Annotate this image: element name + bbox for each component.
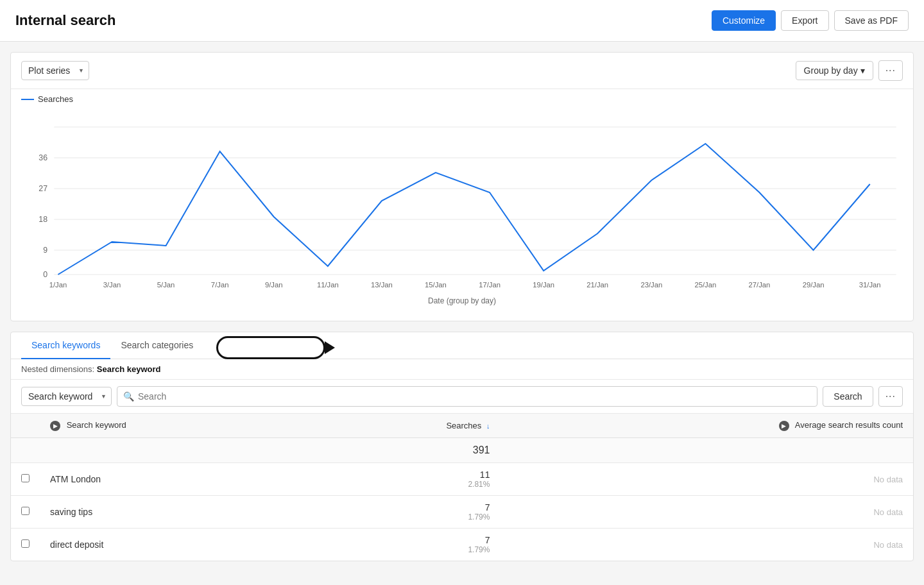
- row-checkbox[interactable]: [21, 539, 30, 548]
- svg-text:15/Jan: 15/Jan: [425, 281, 447, 289]
- svg-text:27: 27: [38, 184, 47, 193]
- page-header: Internal search Customize Export Save as…: [0, 0, 924, 42]
- group-by-label: Group by day: [804, 65, 858, 76]
- keyword-filter-wrapper[interactable]: Search keyword: [21, 387, 112, 406]
- th-avg-results: ▶ Average search results count: [500, 414, 913, 437]
- chart-legend: Searches: [11, 89, 913, 109]
- header-actions: Customize Export Save as PDF: [712, 10, 909, 31]
- tabs-bar: Search keywords Search categories: [11, 332, 913, 359]
- svg-text:5/Jan: 5/Jan: [157, 281, 175, 289]
- summary-searches-cell: 391: [316, 437, 500, 462]
- row-avg-cell: No data: [500, 528, 913, 561]
- svg-text:21/Jan: 21/Jan: [586, 281, 608, 289]
- nested-dimensions-info: Nested dimensions: Search keyword: [11, 359, 913, 380]
- table-toolbar: Search keyword 🔍 Search ···: [11, 380, 913, 414]
- tab-search-keywords[interactable]: Search keywords: [21, 332, 110, 359]
- svg-text:9/Jan: 9/Jan: [265, 281, 283, 289]
- row-checkbox-cell[interactable]: [11, 528, 40, 561]
- row-searches-cell: 7 1.79%: [316, 528, 500, 561]
- row-searches-cell: 11 2.81%: [316, 462, 500, 495]
- row-keyword-cell: ATM London: [40, 462, 316, 495]
- summary-checkbox-cell: [11, 437, 40, 462]
- save-pdf-button[interactable]: Save as PDF: [834, 10, 909, 31]
- svg-text:0: 0: [43, 270, 47, 279]
- table-row: saving tips 7 1.79% No data: [11, 495, 913, 528]
- table-section: Search keywords Search categories Nested…: [10, 332, 914, 561]
- row-avg-cell: No data: [500, 462, 913, 495]
- chart-section: Plot series Group by day ▾ ··· Searches …: [10, 52, 914, 321]
- chart-more-button[interactable]: ···: [878, 60, 903, 81]
- row-checkbox[interactable]: [21, 507, 30, 515]
- th-keyword: ▶ Search keyword: [40, 414, 316, 437]
- svg-text:7/Jan: 7/Jan: [211, 281, 229, 289]
- svg-text:1/Jan: 1/Jan: [49, 281, 67, 289]
- tab-search-categories[interactable]: Search categories: [110, 332, 203, 359]
- data-table: ▶ Search keyword Searches ↓ ▶ Average se…: [11, 414, 913, 561]
- group-by-button[interactable]: Group by day ▾: [796, 61, 873, 80]
- svg-text:31/Jan: 31/Jan: [859, 281, 881, 289]
- table-search-button[interactable]: Search: [823, 386, 873, 407]
- chevron-down-icon: ▾: [860, 65, 865, 76]
- x-axis-label: Date (group by day): [21, 296, 903, 310]
- row-searches-cell: 7 1.79%: [316, 495, 500, 528]
- legend-line-icon: [21, 99, 34, 100]
- summary-avg-cell: [500, 437, 913, 462]
- table-more-button[interactable]: ···: [878, 386, 903, 407]
- svg-text:23/Jan: 23/Jan: [640, 281, 662, 289]
- page-title: Internal search: [15, 12, 116, 29]
- play-icon-avg: ▶: [779, 421, 789, 431]
- table-summary-row: 391: [11, 437, 913, 462]
- sort-down-icon: ↓: [486, 422, 490, 430]
- play-icon: ▶: [50, 421, 60, 431]
- row-keyword-cell: direct deposit: [40, 528, 316, 561]
- chart-area: 0 9 18 27 36 1/Jan 3/Jan 5/Jan 7/Jan 9/J…: [11, 109, 913, 321]
- summary-keyword-cell: [40, 437, 316, 462]
- line-chart: 0 9 18 27 36 1/Jan 3/Jan 5/Jan 7/Jan 9/J…: [21, 114, 903, 294]
- chart-toolbar-left: Plot series: [21, 61, 89, 80]
- table-search-input[interactable]: [117, 386, 817, 407]
- svg-text:17/Jan: 17/Jan: [479, 281, 501, 289]
- th-checkbox: [11, 414, 40, 437]
- table-header-row: ▶ Search keyword Searches ↓ ▶ Average se…: [11, 414, 913, 437]
- svg-text:19/Jan: 19/Jan: [533, 281, 554, 289]
- table-row: ATM London 11 2.81% No data: [11, 462, 913, 495]
- customize-button[interactable]: Customize: [712, 10, 776, 31]
- plot-series-wrapper[interactable]: Plot series: [21, 61, 89, 80]
- plot-series-select[interactable]: Plot series: [21, 61, 89, 80]
- export-button[interactable]: Export: [781, 10, 828, 31]
- row-checkbox-cell[interactable]: [11, 462, 40, 495]
- row-avg-cell: No data: [500, 495, 913, 528]
- svg-text:9: 9: [43, 246, 47, 255]
- th-searches[interactable]: Searches ↓: [316, 414, 500, 437]
- table-search-wrapper: 🔍: [117, 386, 817, 407]
- search-icon: 🔍: [123, 391, 134, 402]
- table-row: direct deposit 7 1.79% No data: [11, 528, 913, 561]
- chart-toolbar: Plot series Group by day ▾ ···: [11, 53, 913, 89]
- row-checkbox-cell[interactable]: [11, 495, 40, 528]
- svg-text:29/Jan: 29/Jan: [803, 281, 825, 289]
- keyword-filter-select[interactable]: Search keyword: [21, 387, 112, 406]
- svg-text:36: 36: [38, 153, 47, 162]
- svg-text:18: 18: [38, 215, 47, 224]
- nested-dimension-value: Search keyword: [97, 364, 161, 374]
- row-keyword-cell: saving tips: [40, 495, 316, 528]
- svg-text:11/Jan: 11/Jan: [317, 281, 339, 289]
- legend-searches-label: Searches: [38, 94, 73, 104]
- svg-text:25/Jan: 25/Jan: [694, 281, 716, 289]
- tab-annotation-arrow: [216, 336, 325, 359]
- chart-toolbar-right: Group by day ▾ ···: [796, 60, 903, 81]
- row-checkbox[interactable]: [21, 474, 30, 482]
- svg-text:27/Jan: 27/Jan: [749, 281, 771, 289]
- svg-text:3/Jan: 3/Jan: [103, 281, 121, 289]
- svg-text:13/Jan: 13/Jan: [371, 281, 393, 289]
